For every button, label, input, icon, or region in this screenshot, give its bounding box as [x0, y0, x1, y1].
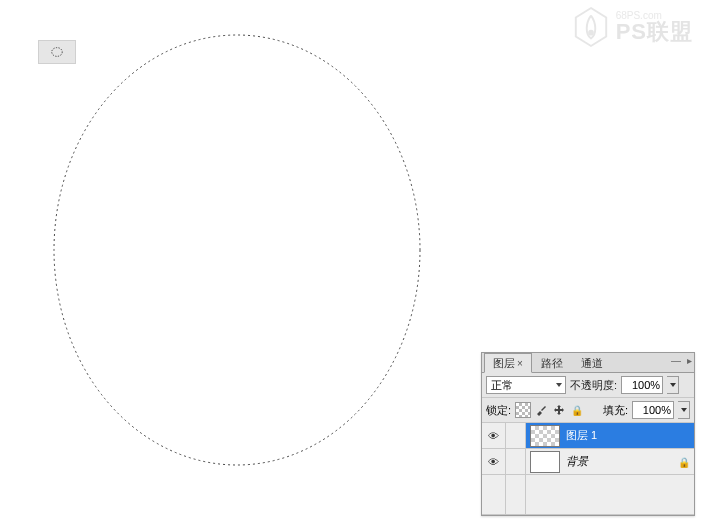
- brush-icon: [535, 404, 547, 416]
- svg-marker-2: [575, 8, 605, 46]
- watermark-logo-icon: [572, 6, 610, 48]
- layer-thumbnail[interactable]: [530, 425, 560, 447]
- layer-name[interactable]: 背景: [564, 454, 674, 469]
- tab-channels-label: 通道: [581, 357, 603, 369]
- canvas-area[interactable]: 68PS.com PS联盟 图层× 路径 通道 — ▸ 不透明度:: [0, 0, 705, 524]
- tab-close-icon: ×: [517, 358, 523, 369]
- visibility-toggle[interactable]: [482, 449, 506, 474]
- layer-list-empty-area[interactable]: [482, 475, 694, 515]
- layer-lock-indicator: [674, 456, 694, 468]
- blend-mode-select[interactable]: [486, 376, 566, 394]
- tab-channels[interactable]: 通道: [572, 353, 612, 373]
- lock-icon: [569, 402, 585, 418]
- layer-item-background[interactable]: 背景: [482, 449, 694, 475]
- link-cell[interactable]: [506, 449, 526, 474]
- tab-paths-label: 路径: [541, 357, 563, 369]
- selection-marquee[interactable]: [45, 25, 430, 475]
- lock-fill-row: 锁定: 填充: 100%: [482, 398, 694, 423]
- layer-thumbnail[interactable]: [530, 451, 560, 473]
- svg-point-1: [54, 35, 420, 465]
- panel-menu-icon[interactable]: ▸: [687, 355, 692, 366]
- eye-icon: [488, 430, 499, 442]
- blend-opacity-row: 不透明度: 100%: [482, 373, 694, 398]
- blend-mode-select-wrap[interactable]: [486, 376, 566, 394]
- tab-paths[interactable]: 路径: [532, 353, 572, 373]
- lock-icon: [678, 456, 690, 468]
- opacity-flyout-button[interactable]: [667, 376, 679, 394]
- checker-icon: [515, 402, 531, 418]
- fill-flyout-button[interactable]: [678, 401, 690, 419]
- lock-all-button[interactable]: [569, 402, 585, 418]
- eye-icon: [488, 456, 499, 468]
- lock-transparency-button[interactable]: [515, 402, 531, 418]
- layer-list: 图层 1 背景: [482, 423, 694, 515]
- lock-position-button[interactable]: [551, 402, 567, 418]
- layer-name[interactable]: 图层 1: [564, 428, 674, 443]
- tab-layers-label: 图层: [493, 357, 515, 369]
- svg-point-3: [588, 30, 594, 36]
- opacity-label: 不透明度:: [570, 378, 617, 393]
- fill-input[interactable]: 100%: [632, 401, 674, 419]
- watermark-brand: PS联盟: [616, 21, 693, 43]
- lock-pixels-button[interactable]: [533, 402, 549, 418]
- lock-label: 锁定:: [486, 403, 511, 418]
- tab-layers[interactable]: 图层×: [484, 353, 532, 373]
- visibility-toggle[interactable]: [482, 423, 506, 448]
- move-icon: [553, 404, 565, 416]
- fill-label: 填充:: [603, 403, 628, 418]
- panel-tabs: 图层× 路径 通道 — ▸: [482, 353, 694, 373]
- layers-panel: 图层× 路径 通道 — ▸ 不透明度: 100% 锁定:: [481, 352, 695, 516]
- opacity-input[interactable]: 100%: [621, 376, 663, 394]
- link-cell[interactable]: [506, 423, 526, 448]
- watermark: 68PS.com PS联盟: [572, 6, 693, 48]
- layer-item-layer1[interactable]: 图层 1: [482, 423, 694, 449]
- panel-minimize-icon[interactable]: —: [671, 355, 681, 366]
